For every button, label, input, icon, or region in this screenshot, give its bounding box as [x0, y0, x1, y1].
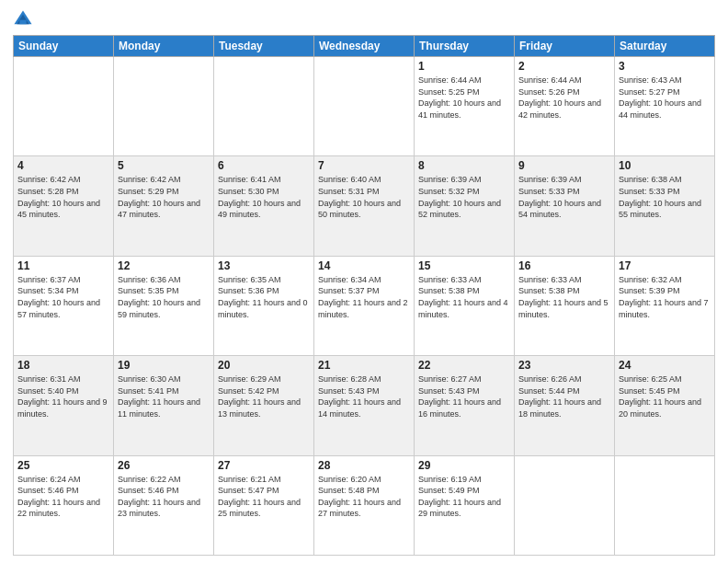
day-cell: 6Sunrise: 6:41 AM Sunset: 5:30 PM Daylig… [214, 156, 314, 256]
svg-rect-2 [19, 20, 26, 24]
logo [13, 9, 35, 29]
day-info: Sunrise: 6:26 AM Sunset: 5:44 PM Dayligh… [518, 373, 610, 419]
day-number: 2 [518, 60, 610, 73]
calendar-table: SundayMondayTuesdayWednesdayThursdayFrid… [13, 35, 715, 556]
day-cell: 19Sunrise: 6:30 AM Sunset: 5:41 PM Dayli… [114, 356, 214, 455]
day-number: 14 [318, 259, 410, 272]
day-cell: 10Sunrise: 6:38 AM Sunset: 5:33 PM Dayli… [615, 156, 715, 256]
day-cell: 26Sunrise: 6:22 AM Sunset: 5:46 PM Dayli… [114, 455, 214, 555]
col-header-tuesday: Tuesday [214, 36, 314, 57]
day-number: 13 [218, 259, 310, 272]
day-info: Sunrise: 6:21 AM Sunset: 5:47 PM Dayligh… [218, 474, 310, 520]
day-info: Sunrise: 6:42 AM Sunset: 5:28 PM Dayligh… [17, 174, 109, 220]
day-number: 26 [118, 459, 210, 472]
day-number: 10 [619, 159, 711, 172]
week-row-0: 1Sunrise: 6:44 AM Sunset: 5:25 PM Daylig… [14, 57, 715, 156]
day-number: 21 [318, 359, 410, 372]
day-number: 23 [518, 359, 610, 372]
day-cell: 25Sunrise: 6:24 AM Sunset: 5:46 PM Dayli… [14, 455, 114, 555]
day-cell: 20Sunrise: 6:29 AM Sunset: 5:42 PM Dayli… [214, 356, 314, 455]
day-info: Sunrise: 6:39 AM Sunset: 5:32 PM Dayligh… [418, 174, 510, 220]
day-cell: 11Sunrise: 6:37 AM Sunset: 5:34 PM Dayli… [14, 256, 114, 355]
day-cell: 1Sunrise: 6:44 AM Sunset: 5:25 PM Daylig… [415, 57, 515, 156]
day-cell: 15Sunrise: 6:33 AM Sunset: 5:38 PM Dayli… [415, 256, 515, 355]
day-number: 5 [118, 159, 210, 172]
day-info: Sunrise: 6:28 AM Sunset: 5:43 PM Dayligh… [318, 373, 410, 419]
day-number: 20 [218, 359, 310, 372]
day-info: Sunrise: 6:40 AM Sunset: 5:31 PM Dayligh… [318, 174, 410, 220]
day-number: 24 [619, 359, 711, 372]
day-info: Sunrise: 6:35 AM Sunset: 5:36 PM Dayligh… [218, 274, 310, 320]
day-cell [114, 57, 214, 156]
header [13, 9, 715, 29]
day-cell: 22Sunrise: 6:27 AM Sunset: 5:43 PM Dayli… [415, 356, 515, 455]
day-info: Sunrise: 6:36 AM Sunset: 5:35 PM Dayligh… [118, 274, 210, 320]
day-cell [515, 455, 615, 555]
logo-icon [13, 9, 33, 29]
day-info: Sunrise: 6:24 AM Sunset: 5:46 PM Dayligh… [17, 474, 109, 520]
day-number: 3 [619, 60, 711, 73]
day-number: 19 [118, 359, 210, 372]
day-cell: 28Sunrise: 6:20 AM Sunset: 5:48 PM Dayli… [314, 455, 415, 555]
day-info: Sunrise: 6:39 AM Sunset: 5:33 PM Dayligh… [518, 174, 610, 220]
col-header-thursday: Thursday [415, 36, 515, 57]
week-row-3: 18Sunrise: 6:31 AM Sunset: 5:40 PM Dayli… [14, 356, 715, 455]
day-number: 8 [418, 159, 510, 172]
day-number: 25 [17, 459, 109, 472]
day-info: Sunrise: 6:41 AM Sunset: 5:30 PM Dayligh… [218, 174, 310, 220]
day-number: 4 [17, 159, 109, 172]
day-info: Sunrise: 6:33 AM Sunset: 5:38 PM Dayligh… [418, 274, 510, 320]
day-cell [14, 57, 114, 156]
col-header-sunday: Sunday [14, 36, 114, 57]
day-cell: 2Sunrise: 6:44 AM Sunset: 5:26 PM Daylig… [515, 57, 615, 156]
day-number: 28 [318, 459, 410, 472]
day-cell: 27Sunrise: 6:21 AM Sunset: 5:47 PM Dayli… [214, 455, 314, 555]
day-info: Sunrise: 6:37 AM Sunset: 5:34 PM Dayligh… [17, 274, 109, 320]
day-info: Sunrise: 6:44 AM Sunset: 5:25 PM Dayligh… [418, 75, 510, 121]
day-info: Sunrise: 6:43 AM Sunset: 5:27 PM Dayligh… [619, 75, 711, 121]
week-row-2: 11Sunrise: 6:37 AM Sunset: 5:34 PM Dayli… [14, 256, 715, 355]
day-number: 7 [318, 159, 410, 172]
day-cell: 29Sunrise: 6:19 AM Sunset: 5:49 PM Dayli… [415, 455, 515, 555]
day-info: Sunrise: 6:27 AM Sunset: 5:43 PM Dayligh… [418, 373, 510, 419]
day-info: Sunrise: 6:25 AM Sunset: 5:45 PM Dayligh… [619, 373, 711, 419]
col-header-wednesday: Wednesday [314, 36, 415, 57]
day-cell: 9Sunrise: 6:39 AM Sunset: 5:33 PM Daylig… [515, 156, 615, 256]
day-info: Sunrise: 6:30 AM Sunset: 5:41 PM Dayligh… [118, 373, 210, 419]
day-number: 9 [518, 159, 610, 172]
day-number: 18 [17, 359, 109, 372]
day-cell: 17Sunrise: 6:32 AM Sunset: 5:39 PM Dayli… [615, 256, 715, 355]
week-row-4: 25Sunrise: 6:24 AM Sunset: 5:46 PM Dayli… [14, 455, 715, 555]
day-info: Sunrise: 6:22 AM Sunset: 5:46 PM Dayligh… [118, 474, 210, 520]
day-info: Sunrise: 6:34 AM Sunset: 5:37 PM Dayligh… [318, 274, 410, 320]
day-cell [615, 455, 715, 555]
day-number: 17 [619, 259, 711, 272]
day-info: Sunrise: 6:29 AM Sunset: 5:42 PM Dayligh… [218, 373, 310, 419]
day-number: 15 [418, 259, 510, 272]
day-info: Sunrise: 6:19 AM Sunset: 5:49 PM Dayligh… [418, 474, 510, 520]
day-cell: 5Sunrise: 6:42 AM Sunset: 5:29 PM Daylig… [114, 156, 214, 256]
col-header-friday: Friday [515, 36, 615, 57]
day-cell: 4Sunrise: 6:42 AM Sunset: 5:28 PM Daylig… [14, 156, 114, 256]
day-cell: 14Sunrise: 6:34 AM Sunset: 5:37 PM Dayli… [314, 256, 415, 355]
day-number: 29 [418, 459, 510, 472]
day-cell: 18Sunrise: 6:31 AM Sunset: 5:40 PM Dayli… [14, 356, 114, 455]
day-number: 1 [418, 60, 510, 73]
page: SundayMondayTuesdayWednesdayThursdayFrid… [0, 0, 728, 563]
calendar-header-row: SundayMondayTuesdayWednesdayThursdayFrid… [14, 36, 715, 57]
day-info: Sunrise: 6:38 AM Sunset: 5:33 PM Dayligh… [619, 174, 711, 220]
day-number: 22 [418, 359, 510, 372]
day-number: 16 [518, 259, 610, 272]
day-info: Sunrise: 6:42 AM Sunset: 5:29 PM Dayligh… [118, 174, 210, 220]
day-cell: 23Sunrise: 6:26 AM Sunset: 5:44 PM Dayli… [515, 356, 615, 455]
day-number: 12 [118, 259, 210, 272]
day-cell [314, 57, 415, 156]
day-number: 11 [17, 259, 109, 272]
col-header-monday: Monday [114, 36, 214, 57]
day-cell: 12Sunrise: 6:36 AM Sunset: 5:35 PM Dayli… [114, 256, 214, 355]
day-number: 27 [218, 459, 310, 472]
col-header-saturday: Saturday [615, 36, 715, 57]
day-info: Sunrise: 6:32 AM Sunset: 5:39 PM Dayligh… [619, 274, 711, 320]
day-info: Sunrise: 6:44 AM Sunset: 5:26 PM Dayligh… [518, 75, 610, 121]
day-info: Sunrise: 6:33 AM Sunset: 5:38 PM Dayligh… [518, 274, 610, 320]
